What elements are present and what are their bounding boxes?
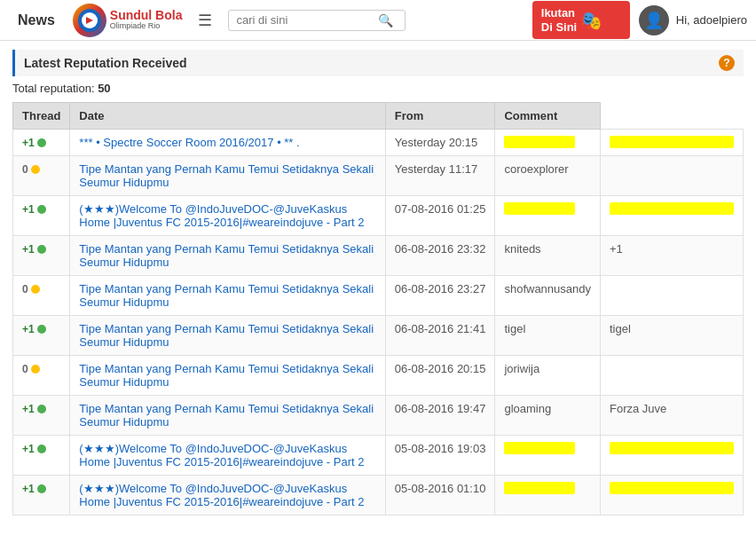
rep-cell: +1 [13, 236, 70, 276]
comment-cell [601, 156, 744, 196]
content-area: Latest Reputation Received ? Total reput… [0, 41, 756, 524]
rep-cell: +1 [13, 130, 70, 156]
search-input[interactable] [236, 13, 378, 27]
rep-cell: +1 [13, 436, 70, 476]
from-cell: coroexplorer [495, 156, 601, 196]
rep-cell: +1 [13, 476, 70, 516]
table-row: 0 Tipe Mantan yang Pernah Kamu Temui Set… [13, 276, 744, 316]
rep-dot [31, 365, 40, 374]
logo-text: Sundul Bola Olimpiade Rio [110, 9, 183, 31]
search-icon[interactable]: 🔍 [378, 13, 393, 28]
table-row: 0 Tipe Mantan yang Pernah Kamu Temui Set… [13, 356, 744, 396]
logo-icon [73, 4, 106, 37]
user-greeting: Hi, adoelpiero [676, 13, 747, 27]
avatar: 👤 [639, 5, 669, 35]
date-cell: 06-08-2016 23:27 [385, 276, 495, 316]
thread-cell: (★★★)Welcome To @IndoJuveDOC-@JuveKaskus… [70, 476, 385, 516]
rep-dot [31, 285, 40, 294]
col-thread: Thread [13, 103, 70, 130]
thread-link[interactable]: *** • Spectre Soccer Room 2016/2017 • **… [79, 136, 299, 149]
rep-badge: 0 [22, 363, 40, 375]
col-from: From [385, 103, 495, 130]
comment-cell [601, 130, 744, 156]
thread-link[interactable]: Tipe Mantan yang Pernah Kamu Temui Setid… [79, 402, 374, 429]
hamburger-icon[interactable]: ☰ [191, 7, 219, 34]
table-row: +1 *** • Spectre Soccer Room 2016/2017 •… [13, 130, 744, 156]
redacted-from [504, 202, 575, 215]
table-row: +1 (★★★)Welcome To @IndoJuveDOC-@JuveKas… [13, 476, 744, 516]
date-cell: Yesterday 11:17 [385, 156, 495, 196]
rep-cell: 0 [13, 356, 70, 396]
redacted-comment [610, 442, 734, 454]
rep-cell: +1 [13, 396, 70, 436]
thread-link[interactable]: Tipe Mantan yang Pernah Kamu Temui Setid… [79, 162, 374, 189]
rep-dot [37, 445, 46, 453]
comment-cell [601, 476, 744, 516]
help-icon[interactable]: ? [719, 55, 735, 71]
comment-cell: Forza Juve [601, 396, 744, 436]
redacted-from [504, 482, 575, 494]
date-cell: 05-08-2016 19:03 [385, 436, 495, 476]
news-link[interactable]: News [9, 12, 64, 28]
rep-badge: +1 [22, 443, 46, 455]
thread-link[interactable]: Tipe Mantan yang Pernah Kamu Temui Setid… [79, 282, 374, 309]
thread-cell: Tipe Mantan yang Pernah Kamu Temui Setid… [70, 156, 385, 196]
thread-link[interactable]: Tipe Mantan yang Pernah Kamu Temui Setid… [79, 242, 374, 269]
from-cell: kniteds [495, 236, 601, 276]
comment-cell [601, 196, 744, 236]
from-cell: shofwannusandy [495, 276, 601, 316]
rep-badge: 0 [22, 163, 40, 176]
rep-cell: +1 [13, 316, 70, 356]
redacted-from [504, 136, 575, 148]
col-date: Date [70, 103, 385, 130]
rep-badge: 0 [22, 283, 40, 295]
from-cell [495, 436, 601, 476]
thread-link[interactable]: Tipe Mantan yang Pernah Kamu Temui Setid… [79, 322, 374, 349]
user-area[interactable]: 👤 Hi, adoelpiero [639, 5, 747, 35]
search-bar: 🔍 [228, 10, 406, 31]
rep-badge: +1 [22, 137, 46, 149]
rep-dot [37, 205, 46, 214]
table-row: +1 Tipe Mantan yang Pernah Kamu Temui Se… [13, 396, 744, 436]
date-cell: 06-08-2016 23:32 [385, 236, 495, 276]
table-header-row: Thread Date From Comment [13, 103, 744, 130]
from-cell: gloaming [495, 396, 601, 436]
thread-cell: Tipe Mantan yang Pernah Kamu Temui Setid… [70, 236, 385, 276]
total-rep: Total reputation: 50 [12, 82, 744, 95]
rep-badge: +1 [22, 203, 46, 216]
rep-dot [37, 484, 46, 493]
date-cell: Yesterday 20:15 [385, 130, 495, 156]
date-cell: 07-08-2016 01:25 [385, 196, 495, 236]
date-cell: 05-08-2016 01:10 [385, 476, 495, 516]
table-row: 0 Tipe Mantan yang Pernah Kamu Temui Set… [13, 156, 744, 196]
thread-cell: Tipe Mantan yang Pernah Kamu Temui Setid… [70, 276, 385, 316]
thread-link[interactable]: (★★★)Welcome To @IndoJuveDOC-@JuveKaskus… [79, 442, 364, 468]
banner-ad-text: Ikutan Di Sini [541, 6, 577, 34]
table-row: +1 (★★★)Welcome To @IndoJuveDOC-@JuveKas… [13, 196, 744, 236]
header: News Sundul Bola Olimpiade Rio ☰ 🔍 Ikuta… [0, 0, 756, 41]
redacted-from [504, 442, 575, 454]
col-comment: Comment [495, 103, 601, 130]
comment-cell [601, 356, 744, 396]
thread-link[interactable]: (★★★)Welcome To @IndoJuveDOC-@JuveKaskus… [79, 482, 364, 508]
from-cell [495, 130, 601, 156]
rep-dot [37, 325, 46, 334]
from-cell: tigel [495, 316, 601, 356]
thread-link[interactable]: Tipe Mantan yang Pernah Kamu Temui Setid… [79, 362, 374, 389]
comment-cell [601, 276, 744, 316]
date-cell: 06-08-2016 19:47 [385, 396, 495, 436]
rep-badge: +1 [22, 403, 46, 415]
total-rep-value: 50 [98, 82, 110, 95]
logo-area[interactable]: Sundul Bola Olimpiade Rio [73, 4, 183, 37]
banner-emoji: 🎭 [580, 10, 602, 31]
rep-badge: +1 [22, 243, 46, 256]
comment-cell: tigel [601, 316, 744, 356]
thread-cell: Tipe Mantan yang Pernah Kamu Temui Setid… [70, 316, 385, 356]
date-cell: 06-08-2016 21:41 [385, 316, 495, 356]
rep-badge: +1 [22, 483, 46, 495]
reputation-table: Thread Date From Comment +1 *** • Spectr… [12, 102, 744, 516]
banner-ad[interactable]: Ikutan Di Sini 🎭 [532, 1, 630, 39]
rep-cell: 0 [13, 276, 70, 316]
date-cell: 06-08-2016 20:15 [385, 356, 495, 396]
thread-link[interactable]: (★★★)Welcome To @IndoJuveDOC-@JuveKaskus… [79, 202, 364, 229]
